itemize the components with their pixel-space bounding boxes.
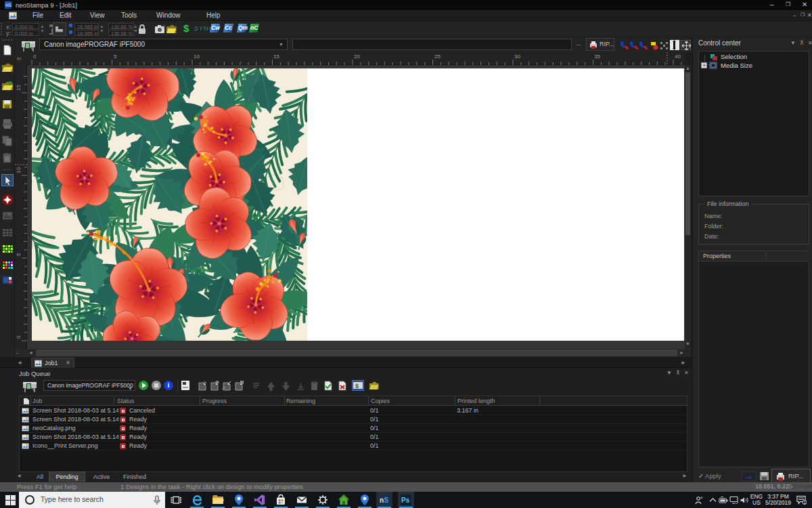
svg-text:$: $ xyxy=(355,383,359,389)
svg-text:10: 10 xyxy=(194,54,200,60)
svg-text:?: ? xyxy=(162,24,165,29)
svg-text:25: 25 xyxy=(434,54,441,60)
svg-text:20: 20 xyxy=(354,54,360,60)
svg-text:35: 35 xyxy=(594,54,600,60)
svg-text:n: n xyxy=(380,496,384,504)
svg-text:30: 30 xyxy=(514,54,520,60)
svg-text:10: 10 xyxy=(16,167,22,173)
svg-text:5: 5 xyxy=(114,54,117,60)
svg-text:0: 0 xyxy=(16,335,22,339)
svg-text:15: 15 xyxy=(16,85,22,91)
svg-text:S: S xyxy=(384,496,389,504)
svg-text:0: 0 xyxy=(33,54,37,60)
svg-text:15: 15 xyxy=(273,54,279,60)
svg-text:5: 5 xyxy=(16,253,22,256)
svg-text:1: 1 xyxy=(804,501,806,505)
svg-text:40: 40 xyxy=(675,54,681,60)
svg-text:Ps: Ps xyxy=(401,496,410,504)
